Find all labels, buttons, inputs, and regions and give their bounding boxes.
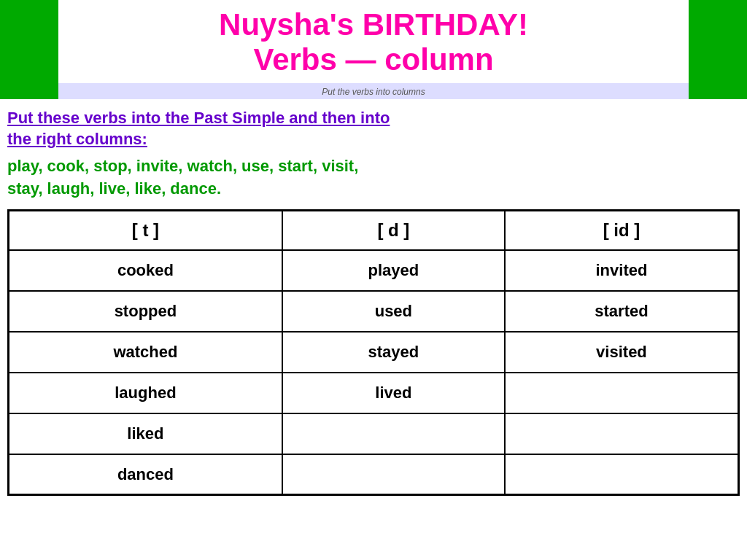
- verbs-line1: play, cook, stop, invite, watch, use, st…: [7, 157, 358, 175]
- table-row: laughedlived: [9, 373, 739, 413]
- col-header-d: [ d ]: [282, 210, 505, 250]
- cell-2-1: stayed: [282, 332, 505, 373]
- cell-2-2: visited: [505, 332, 739, 373]
- table-row: cookedplayedinvited: [9, 250, 739, 291]
- subtitle-bar: Put the verbs into columns: [58, 83, 689, 99]
- instruction-line1: Put these verbs into the Past Simple and…: [7, 109, 390, 127]
- instruction-line2: the right columns:: [7, 130, 147, 148]
- cell-2-0: watched: [9, 332, 282, 373]
- verbs-table: [ t ] [ d ] [ id ] cookedplayedinvitedst…: [7, 209, 740, 497]
- subtitle-text: Put the verbs into columns: [322, 87, 425, 97]
- table-row: liked: [9, 413, 739, 454]
- cell-3-0: laughed: [9, 373, 282, 413]
- table-header-row: [ t ] [ d ] [ id ]: [9, 210, 739, 250]
- cell-3-2: [505, 373, 739, 413]
- col-header-t: [ t ]: [9, 210, 282, 250]
- cell-0-1: played: [282, 250, 505, 291]
- table-row: watchedstayedvisited: [9, 332, 739, 373]
- cell-1-0: stopped: [9, 291, 282, 332]
- cell-4-0: liked: [9, 413, 282, 454]
- main-container: Nuysha's BIRTHDAY! Verbs — column Put th…: [0, 0, 747, 560]
- cell-3-1: lived: [282, 373, 505, 413]
- content-area: Put these verbs into the Past Simple and…: [0, 99, 747, 560]
- col-header-id: [ id ]: [505, 210, 739, 250]
- cell-1-2: started: [505, 291, 739, 332]
- cell-0-0: cooked: [9, 250, 282, 291]
- cell-1-1: used: [282, 291, 505, 332]
- header-area: Nuysha's BIRTHDAY! Verbs — column: [58, 0, 689, 83]
- cell-5-2: [505, 454, 739, 495]
- title-line1: Nuysha's BIRTHDAY!: [73, 7, 674, 42]
- cell-0-2: invited: [505, 250, 739, 291]
- instruction-text: Put these verbs into the Past Simple and…: [7, 108, 740, 149]
- verbs-line2: stay, laugh, live, like, dance.: [7, 179, 221, 198]
- title-line2: Verbs — column: [73, 42, 674, 77]
- table-row: stoppedusedstarted: [9, 291, 739, 332]
- cell-4-2: [505, 413, 739, 454]
- table-row: danced: [9, 454, 739, 495]
- cell-4-1: [282, 413, 505, 454]
- cell-5-1: [282, 454, 505, 495]
- verbs-list: play, cook, stop, invite, watch, use, st…: [7, 155, 740, 201]
- cell-5-0: danced: [9, 454, 282, 495]
